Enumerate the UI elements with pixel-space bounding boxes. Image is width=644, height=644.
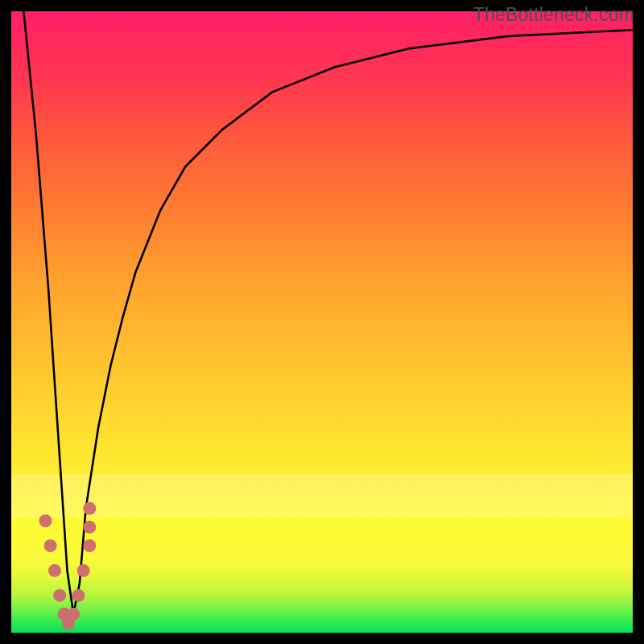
- chart-background-gradient: [11, 11, 633, 633]
- chart-frame: [11, 11, 633, 633]
